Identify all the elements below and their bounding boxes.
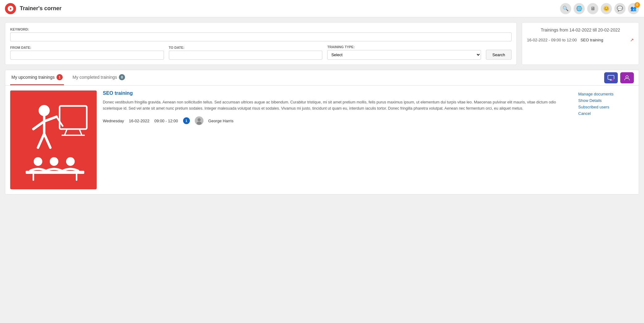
training-date: 16-02-2022 xyxy=(129,119,149,123)
app-title: Trainer's corner xyxy=(20,5,61,12)
calendar-title: Trainings from 14-02-2022 till 20-02-202… xyxy=(527,27,634,32)
training-title: SEO training xyxy=(103,90,572,96)
trainer-name: George Harris xyxy=(208,119,234,123)
tab-action-trainer-btn[interactable] xyxy=(620,72,634,83)
training-info: SEO training Donec vestibulum fringilla … xyxy=(97,90,578,189)
training-actions: Manage documents Show Details Subscribed… xyxy=(578,90,634,189)
training-day: Wednesday xyxy=(103,119,124,123)
main-content: KEYWORD: FROM DATE: TO DATE: TRAINING TY… xyxy=(0,17,644,199)
tabs-panel: My upcoming trainings 1 My completed tra… xyxy=(5,70,639,195)
header-icons: 🔍 🌐 🖥 😊 💬 👥 0 xyxy=(560,3,639,14)
calendar-panel: Trainings from 14-02-2022 till 20-02-202… xyxy=(522,22,639,65)
to-date-label: TO DATE: xyxy=(169,46,323,49)
svg-point-22 xyxy=(66,157,75,166)
training-card: SEO training Donec vestibulum fringilla … xyxy=(5,86,639,194)
search-icon-btn[interactable]: 🔍 xyxy=(560,3,571,14)
svg-text:✓: ✓ xyxy=(612,79,614,81)
search-button[interactable]: Search xyxy=(486,50,512,60)
svg-point-25 xyxy=(197,122,202,125)
calendar-item-link[interactable]: ↗ xyxy=(630,37,634,42)
training-type-select[interactable]: Select Online Classroom Blended xyxy=(327,50,481,60)
top-row: KEYWORD: FROM DATE: TO DATE: TRAINING TY… xyxy=(5,22,639,65)
chat-icon-btn[interactable]: 💬 xyxy=(614,3,625,14)
svg-line-9 xyxy=(44,117,56,121)
to-date-input[interactable] xyxy=(169,51,323,60)
from-date-label: FROM DATE: xyxy=(10,46,164,49)
training-description: Donec vestibulum fringilla gravida. Aene… xyxy=(103,99,572,111)
notification-icon-btn[interactable]: 👥 0 xyxy=(628,3,639,14)
svg-line-10 xyxy=(38,134,44,148)
svg-line-15 xyxy=(79,129,82,135)
to-date-field: TO DATE: xyxy=(169,46,323,60)
tab-upcoming[interactable]: My upcoming trainings 1 xyxy=(10,70,64,85)
trainer-avatar xyxy=(195,116,203,125)
training-image xyxy=(10,90,97,189)
svg-rect-13 xyxy=(60,106,87,129)
show-details-link[interactable]: Show Details xyxy=(578,98,634,103)
calendar-item-name: SEO training xyxy=(580,38,603,42)
globe-icon-btn[interactable]: 🌐 xyxy=(574,3,585,14)
smiley-icon-btn[interactable]: 😊 xyxy=(601,3,612,14)
tabs-header: My upcoming trainings 1 My completed tra… xyxy=(5,70,639,86)
svg-rect-17 xyxy=(26,171,84,174)
subscribed-users-link[interactable]: Subscribed users xyxy=(578,105,634,109)
tab-completed-badge: 0 xyxy=(119,74,125,80)
from-date-input[interactable] xyxy=(10,51,164,60)
keyword-input[interactable] xyxy=(10,32,512,41)
from-date-field: FROM DATE: xyxy=(10,46,164,60)
tabs-actions: ✓ xyxy=(604,72,634,83)
training-type-label: TRAINING TYPE: xyxy=(327,45,481,49)
svg-point-5 xyxy=(626,76,628,78)
app-logo xyxy=(5,3,16,14)
app-header: Trainer's corner 🔍 🌐 🖥 😊 💬 👥 0 xyxy=(0,0,644,17)
monitor-icon-btn[interactable]: 🖥 xyxy=(587,3,598,14)
svg-point-6 xyxy=(39,105,50,116)
training-time: 09:00 - 12:00 xyxy=(154,119,178,123)
calendar-item: 16-02-2022 - 09:00 to 12:00 SEO training… xyxy=(527,36,634,44)
cancel-link[interactable]: Cancel xyxy=(578,111,634,116)
attendee-count: 1 xyxy=(183,117,190,124)
svg-point-21 xyxy=(50,157,58,166)
svg-line-8 xyxy=(33,121,44,129)
tab-action-screen-btn[interactable]: ✓ xyxy=(604,72,618,83)
training-type-field: TRAINING TYPE: Select Online Classroom B… xyxy=(327,45,481,60)
keyword-label: KEYWORD: xyxy=(10,27,512,31)
notification-badge: 0 xyxy=(634,2,640,8)
manage-documents-link[interactable]: Manage documents xyxy=(578,92,634,96)
svg-line-14 xyxy=(65,129,67,135)
calendar-item-date: 16-02-2022 - 09:00 to 12:00 xyxy=(527,38,577,42)
tab-upcoming-label: My upcoming trainings xyxy=(11,75,55,80)
svg-line-11 xyxy=(44,134,50,148)
tab-upcoming-badge: 1 xyxy=(56,74,63,80)
svg-point-24 xyxy=(198,118,201,121)
tab-completed-label: My completed trainings xyxy=(73,75,117,80)
tab-completed[interactable]: My completed trainings 0 xyxy=(71,70,126,85)
training-meta: Wednesday 16-02-2022 09:00 - 12:00 1 Geo… xyxy=(103,116,572,125)
search-row: FROM DATE: TO DATE: TRAINING TYPE: Selec… xyxy=(10,45,512,60)
search-panel: KEYWORD: FROM DATE: TO DATE: TRAINING TY… xyxy=(5,22,517,65)
svg-point-20 xyxy=(34,157,42,166)
